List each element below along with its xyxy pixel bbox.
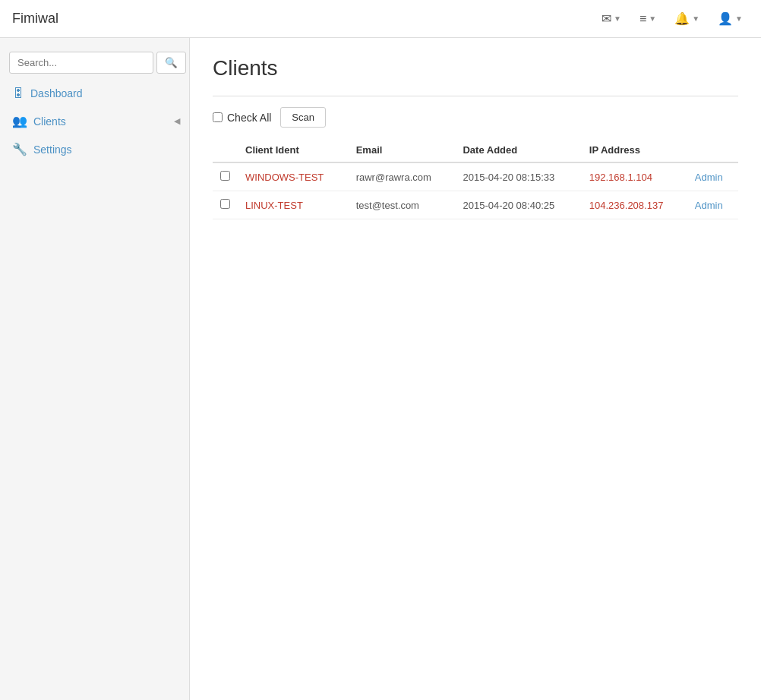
col-ip-address: IP Address [582, 138, 687, 162]
table-row: WINDOWS-TEST rawr@rawra.com 2015-04-20 0… [213, 162, 738, 191]
row1-admin-cell: Admin [687, 162, 738, 191]
row1-ip-address: 192.168.1.104 [582, 162, 687, 191]
main-content: Clients Check All Scan Client Ident Emai… [190, 38, 761, 700]
col-email: Email [349, 138, 456, 162]
table-header-row: Client Ident Email Date Added IP Address [213, 138, 738, 162]
sidebar: 🔍 🎛 Dashboard 👥 Clients ◀ 🔧 Settings [0, 38, 190, 700]
row2-checkbox[interactable] [220, 199, 230, 209]
search-icon: 🔍 [165, 57, 178, 68]
mail-caret: ▼ [614, 14, 621, 23]
bell-icon-button[interactable]: 🔔 ▼ [668, 7, 706, 30]
check-all-label: Check All [227, 112, 271, 124]
clients-table: Client Ident Email Date Added IP Address… [213, 138, 738, 219]
search-input[interactable] [9, 52, 153, 74]
check-all-checkbox[interactable] [213, 112, 223, 122]
sidebar-item-dashboard-label: Dashboard [30, 87, 83, 99]
user-icon-button[interactable]: 👤 ▼ [712, 7, 749, 30]
bell-caret: ▼ [692, 14, 699, 23]
navbar-icons: ✉ ▼ ≡ ▼ 🔔 ▼ 👤 ▼ [595, 7, 749, 30]
row2-admin-link[interactable]: Admin [695, 200, 723, 211]
row1-client-ident: WINDOWS-TEST [238, 162, 349, 191]
col-actions [687, 138, 738, 162]
page-title: Clients [213, 56, 738, 80]
chevron-left-icon: ◀ [174, 116, 180, 126]
search-wrap: 🔍 [0, 46, 189, 80]
check-all-wrap: Check All [213, 112, 271, 124]
dashboard-icon: 🎛 [12, 87, 24, 100]
row2-client-ident: LINUX-TEST [238, 191, 349, 219]
row2-admin-cell: Admin [687, 191, 738, 219]
navbar: Fimiwal ✉ ▼ ≡ ▼ 🔔 ▼ 👤 ▼ [0, 0, 761, 38]
row1-checkbox-cell [213, 162, 238, 191]
mail-icon-button[interactable]: ✉ ▼ [595, 7, 627, 30]
row1-date-added: 2015-04-20 08:15:33 [455, 162, 581, 191]
menu-icon: ≡ [639, 12, 646, 26]
clients-icon: 👥 [12, 114, 27, 128]
search-button[interactable]: 🔍 [156, 52, 186, 74]
sidebar-item-dashboard[interactable]: 🎛 Dashboard [0, 80, 189, 107]
sidebar-item-clients[interactable]: 👥 Clients ◀ [0, 107, 189, 135]
row2-checkbox-cell [213, 191, 238, 219]
layout: 🔍 🎛 Dashboard 👥 Clients ◀ 🔧 Settings Cli… [0, 38, 761, 700]
row1-checkbox[interactable] [220, 171, 230, 181]
toolbar: Check All Scan [213, 107, 738, 128]
brand-logo: Fimiwal [12, 11, 58, 27]
settings-icon: 🔧 [12, 142, 27, 156]
sidebar-item-settings[interactable]: 🔧 Settings [0, 135, 189, 163]
table-row: LINUX-TEST test@test.com 2015-04-20 08:4… [213, 191, 738, 219]
sidebar-item-clients-label: Clients [33, 115, 66, 128]
col-checkbox [213, 138, 238, 162]
user-icon: 👤 [718, 11, 733, 26]
menu-caret: ▼ [649, 14, 656, 23]
mail-icon: ✉ [602, 11, 611, 26]
row1-client-ident-link[interactable]: WINDOWS-TEST [245, 172, 324, 183]
user-caret: ▼ [735, 14, 743, 23]
sidebar-item-settings-label: Settings [33, 143, 72, 156]
row1-admin-link[interactable]: Admin [695, 172, 723, 183]
row2-email: test@test.com [349, 191, 456, 219]
menu-icon-button[interactable]: ≡ ▼ [633, 8, 662, 30]
row2-client-ident-link[interactable]: LINUX-TEST [245, 200, 303, 211]
row2-date-added: 2015-04-20 08:40:25 [455, 191, 581, 219]
col-client-ident: Client Ident [238, 138, 349, 162]
col-date-added: Date Added [455, 138, 581, 162]
row2-ip-address: 104.236.208.137 [582, 191, 687, 219]
title-divider [213, 96, 738, 96]
bell-icon: 🔔 [674, 11, 690, 26]
row1-email: rawr@rawra.com [349, 162, 456, 191]
scan-button[interactable]: Scan [280, 107, 326, 128]
